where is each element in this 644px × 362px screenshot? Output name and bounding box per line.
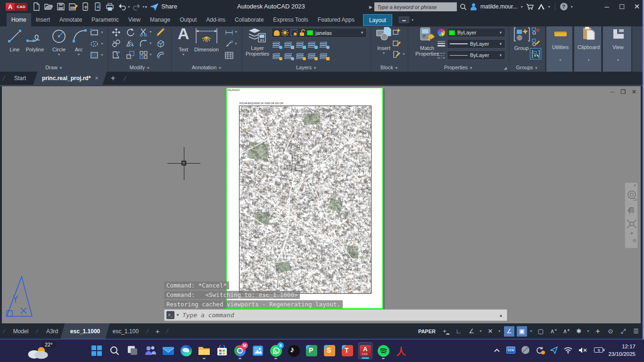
autodesk-logo-icon[interactable] <box>537 3 545 10</box>
layer-lock-icon[interactable] <box>299 29 305 36</box>
polyline-button[interactable]: Polyline <box>23 47 47 52</box>
layer-freeze-sun-icon[interactable] <box>281 29 289 36</box>
view-button[interactable]: View <box>603 44 632 50</box>
cart-icon[interactable] <box>526 3 534 10</box>
ribbon-tab-addins[interactable]: Add-ins <box>201 13 230 26</box>
layer-isolate-icon[interactable] <box>284 40 293 49</box>
polar-dropdown-icon[interactable]: ▼ <box>479 329 483 333</box>
annotation-autoscale-icon[interactable]: ∧* <box>561 326 571 337</box>
utilities-icon[interactable] <box>554 28 567 40</box>
navigation-bar[interactable]: ✕ 2D ▼ ⊖ <box>625 182 638 248</box>
viewport-toggle-icon[interactable]: ▣ <box>517 326 527 337</box>
customization-menu-icon[interactable]: ☰ <box>631 326 641 337</box>
tray-blocked-icon[interactable] <box>521 346 529 354</box>
match-properties-icon[interactable] <box>419 26 436 43</box>
text-dropdown-icon[interactable]: ▼ <box>176 53 190 56</box>
annotation-visibility-icon[interactable]: ∧° <box>548 326 559 337</box>
lineweight-toggle-icon[interactable]: ∠ <box>504 326 514 337</box>
scale-icon[interactable] <box>125 50 135 59</box>
navigation-wheel-icon[interactable]: 2D <box>625 189 638 202</box>
taskbar-wps-writer-icon[interactable]: T <box>340 342 355 359</box>
layer-on-icon[interactable] <box>274 30 280 36</box>
taskbar-whatsapp-icon[interactable]: 9 <box>269 342 283 359</box>
layer-combobox[interactable]: janelas ▼ <box>272 28 367 38</box>
circle-icon[interactable] <box>50 27 68 45</box>
file-tab-close-icon[interactable]: × <box>95 75 99 82</box>
search-expand-icon[interactable]: ▶ <box>369 5 372 9</box>
taskbar-wps-presentation-icon[interactable]: P <box>305 342 319 359</box>
plot-icon[interactable] <box>105 2 115 11</box>
help-dropdown-icon[interactable]: ▾ <box>571 5 573 9</box>
object-snap-tracking-icon[interactable]: ✕ <box>485 326 495 337</box>
linetype-dropdown-icon[interactable]: ▼ <box>499 53 503 58</box>
group-button[interactable]: Group <box>511 45 532 51</box>
isolate-objects-icon[interactable]: ⊙ <box>605 326 616 337</box>
ribbon-tab-featured-apps[interactable]: Featured Apps <box>313 13 359 26</box>
move-icon[interactable] <box>111 27 121 37</box>
layer-properties-icon[interactable] <box>248 27 267 44</box>
dynamic-input-icon[interactable]: +▂ <box>441 326 451 337</box>
weather-widget[interactable]: 22° <box>25 341 67 360</box>
clipboard-dropdown-icon[interactable]: ▼ <box>574 58 602 62</box>
table-icon[interactable] <box>224 50 234 60</box>
selection-cycling-icon[interactable]: ▢ <box>536 326 546 337</box>
taskbar-search-button[interactable] <box>107 342 122 359</box>
group-icon[interactable] <box>514 27 530 42</box>
share-label[interactable]: Share <box>161 3 177 10</box>
linetype-combobox[interactable]: ByLayer ▼ <box>447 50 505 60</box>
user-name[interactable]: matilde.mour... <box>480 3 518 10</box>
tray-wifi-icon[interactable] <box>564 347 572 354</box>
taskbar-autocad-icon[interactable]: ACAD <box>358 342 372 359</box>
drawing-close-icon[interactable]: ✕ <box>631 89 637 95</box>
edit-block-icon[interactable] <box>392 38 401 48</box>
taskbar-acrobat-icon[interactable]: 人 <box>394 342 408 359</box>
layout-tab-model[interactable]: Model <box>8 323 33 339</box>
taskbar-file-explorer-icon[interactable] <box>197 342 211 359</box>
text-button[interactable]: Text <box>176 47 190 52</box>
layout-tab-a3rd[interactable]: A3rd <box>41 323 63 339</box>
taskbar-edge-icon[interactable] <box>179 342 193 359</box>
arc-icon[interactable] <box>71 27 89 45</box>
tray-sync-icon[interactable] <box>536 346 544 354</box>
ortho-mode-icon[interactable]: ∟ <box>454 326 464 337</box>
explode-icon[interactable] <box>156 39 165 48</box>
drawing-restore-icon[interactable]: ❐ <box>620 89 627 95</box>
linetype-list-icon[interactable] <box>437 51 446 60</box>
file-tab-current[interactable]: princ.real_proj.rd*× <box>33 72 107 85</box>
taskbar-teams-icon[interactable]: T <box>143 342 157 359</box>
layer-properties-button[interactable]: LayerProperties <box>243 45 272 57</box>
define-attributes-icon[interactable] <box>392 49 401 59</box>
utilities-dropdown-icon[interactable]: ▼ <box>546 58 573 62</box>
tray-clock[interactable]: 12:17 23/10/2025 <box>608 343 636 358</box>
ribbon-tab-home[interactable]: Home <box>7 13 31 26</box>
command-prompt-icon[interactable]: >_ <box>166 311 174 319</box>
layer-lock-tool-icon[interactable] <box>307 40 317 49</box>
circle-dropdown-icon[interactable]: ▼ <box>49 53 69 56</box>
layer-viewport-freeze-icon[interactable] <box>290 29 297 36</box>
help-search-input[interactable]: Type a keyword or phrase <box>374 2 457 11</box>
ribbon-tab-layout[interactable]: Layout <box>363 14 392 26</box>
paper-space-label[interactable]: PAPER <box>418 329 436 334</box>
ribbon-tab-annotate[interactable]: Annotate <box>55 13 87 26</box>
layer-unlock-icon[interactable] <box>307 51 317 61</box>
properties-panel-label[interactable]: Properties ▼ <box>408 65 509 70</box>
rectangle-dropdown-icon[interactable]: ▼ <box>100 31 104 34</box>
new-drawing-tab-button[interactable]: + <box>105 72 121 85</box>
taskbar-store-icon[interactable] <box>215 342 229 359</box>
linear-dimension-icon[interactable] <box>224 28 234 37</box>
ribbon-display-icon[interactable]: ▬ <box>399 16 409 23</box>
ribbon-tab-output[interactable]: Output <box>175 13 201 26</box>
tray-volume-muted-icon[interactable] <box>578 347 588 354</box>
polyline-icon[interactable] <box>25 28 44 45</box>
layer-freeze-icon[interactable] <box>296 40 305 49</box>
autocad-logo-icon[interactable]: A CAD <box>6 3 27 11</box>
layers-panel-label[interactable]: Layers ▼ <box>242 65 371 70</box>
osnap-dropdown-icon[interactable]: ▼ <box>498 329 502 333</box>
line-icon[interactable] <box>6 28 23 45</box>
share-icon[interactable] <box>149 2 159 11</box>
group-edit-icon[interactable] <box>531 37 540 47</box>
autodesk-dropdown-icon[interactable]: ▾ <box>548 5 550 9</box>
trim-icon[interactable] <box>139 27 148 37</box>
close-button[interactable]: ✕ <box>632 2 642 11</box>
navbar-more-icon[interactable]: ▼ <box>625 231 638 236</box>
